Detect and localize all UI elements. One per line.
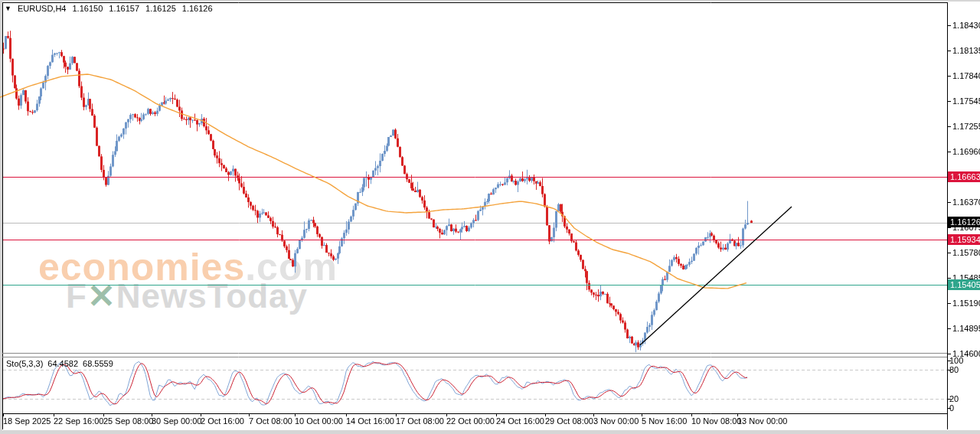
- time-tick-label: 29 Oct 08:00: [545, 416, 593, 426]
- price-tick-label: 1.17255: [952, 122, 980, 131]
- price-tick-label: 1.16960: [952, 147, 980, 156]
- price-tick-label: 1.14895: [952, 324, 980, 333]
- stochastic-tick-label: 20: [949, 394, 959, 403]
- stochastic-tick-label: 100: [949, 356, 963, 365]
- stochastic-label: Sto(5,3,3) 64.4582 68.5559: [6, 359, 113, 368]
- time-tick-label: 25 Sep 08:00: [103, 416, 153, 426]
- time-tick-label: 5 Nov 16:00: [642, 416, 687, 426]
- price-tick-label: 1.15190: [952, 299, 980, 308]
- time-tick-label: 17 Oct 08:00: [396, 416, 444, 426]
- chart-header: ▼ EURUSD,H4 1.16150 1.16157 1.16125 1.16…: [5, 4, 213, 13]
- time-tick-label: 2 Oct 16:00: [201, 416, 244, 426]
- time-tick-label: 22 Sep 16:00: [54, 416, 103, 426]
- symbol-dropdown-icon[interactable]: ▼: [5, 5, 11, 12]
- stochastic-tick-label: 0: [949, 403, 954, 413]
- price-tick-label: 1.18135: [952, 46, 980, 55]
- price-marker-box: 1.15405: [948, 279, 980, 290]
- price-chart-canvas[interactable]: [0, 0, 980, 434]
- price-tick-label: 1.17545: [952, 96, 980, 106]
- stochastic-k-value: 64.4582: [47, 359, 78, 368]
- indicator-name: Sto(5,3,3): [6, 359, 43, 368]
- price-tick-label: 1.18430: [952, 21, 980, 30]
- time-tick-label: 10 Oct 00:00: [295, 416, 343, 426]
- time-tick-label: 18 Sep 2025: [3, 416, 51, 426]
- price-tick-label: 1.15780: [952, 248, 980, 257]
- stochastic-d-value: 68.5559: [83, 359, 113, 368]
- time-tick-label: 7 Oct 08:00: [249, 416, 292, 426]
- stochastic-tick-label: 80: [949, 365, 959, 374]
- time-tick-label: 14 Oct 16:00: [346, 416, 394, 426]
- time-tick-label: 24 Oct 16:00: [496, 416, 544, 426]
- time-tick-label: 3 Nov 00:00: [593, 416, 639, 426]
- chart-window: economies.com F✕NewsToday ▼ EURUSD,H4 1.…: [0, 0, 980, 434]
- price-tick-label: 1.17840: [952, 71, 980, 80]
- time-tick-label: 30 Sep 00:00: [152, 416, 201, 426]
- symbol-timeframe-label: EURUSD,H4: [18, 4, 67, 13]
- ohlc-low: 1.16125: [145, 4, 176, 13]
- price-marker-box: 1.16126: [948, 217, 980, 227]
- price-tick-label: 1.16370: [952, 197, 980, 207]
- price-marker-box: 1.15934: [948, 234, 980, 245]
- ohlc-high: 1.16157: [109, 4, 139, 13]
- time-tick-label: 13 Nov 00:00: [737, 416, 787, 426]
- time-tick-label: 22 Oct 00:00: [446, 416, 495, 426]
- ohlc-close: 1.16126: [182, 4, 213, 13]
- price-marker-box: 1.16663: [948, 171, 980, 182]
- time-tick-label: 10 Nov 08:00: [691, 416, 741, 426]
- ohlc-open: 1.16150: [73, 4, 103, 13]
